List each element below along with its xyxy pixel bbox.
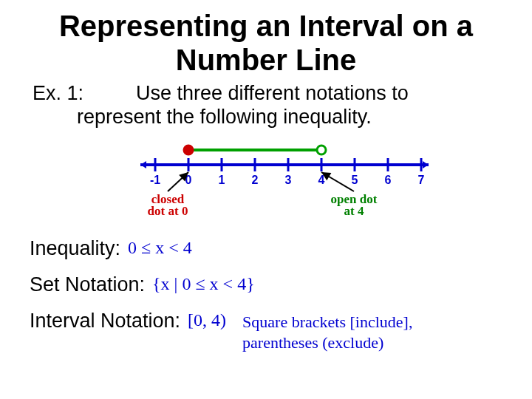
tick-label: 5 [352, 174, 358, 186]
example-label: Ex. 1: [33, 81, 136, 105]
axis-arrow-left [140, 161, 146, 168]
inequality-label: Inequality: [30, 239, 120, 259]
set-notation-row: Set Notation: {x | 0 ≤ x < 4} [30, 275, 502, 295]
inequality-value: 0 ≤ x < 4 [128, 239, 192, 256]
closed-dot-icon [184, 146, 193, 154]
set-notation-label: Set Notation: [30, 275, 145, 295]
tick-group: -101234567 [150, 158, 425, 186]
tick-label: 7 [418, 174, 425, 186]
inequality-row: Inequality: 0 ≤ x < 4 [30, 239, 502, 259]
annotation-closed-line2: dot at 0 [148, 204, 188, 218]
number-line-diagram: -101234567 closed dot at 0 open dot at 4 [133, 137, 443, 218]
tick-label: -1 [150, 174, 160, 186]
interval-notation-label: Interval Notation: [30, 311, 180, 331]
answers-block: Inequality: 0 ≤ x < 4 Set Notation: {x |… [30, 239, 502, 353]
page-title: Representing an Interval on a Number Lin… [30, 9, 502, 77]
tick-label: 3 [285, 174, 292, 186]
interval-notation-value: [0, 4) [188, 311, 226, 329]
prompt-line-1: Use three different notations to [136, 82, 409, 104]
axis-arrow-right [423, 161, 429, 168]
interval-note-line1: Square brackets [include], [242, 313, 412, 331]
interval-note-line2: parentheses (exclude) [242, 333, 383, 352]
interval-note: Square brackets [include], parentheses (… [242, 311, 412, 353]
tick-label: 6 [385, 174, 392, 186]
interval-notation-row: Interval Notation: [0, 4) Square bracket… [30, 311, 502, 353]
example-prompt: Ex. 1:Use three different notations to r… [33, 81, 502, 129]
set-notation-value: {x | 0 ≤ x < 4} [152, 275, 255, 293]
prompt-line-2: represent the following inequality. [33, 105, 502, 129]
annotation-open-line2: at 4 [344, 204, 364, 218]
open-dot-icon [317, 146, 326, 154]
tick-label: 1 [219, 174, 225, 186]
pointer-open [321, 172, 354, 191]
tick-label: 2 [252, 174, 259, 186]
number-line-svg: -101234567 closed dot at 0 open dot at 4 [133, 137, 443, 218]
